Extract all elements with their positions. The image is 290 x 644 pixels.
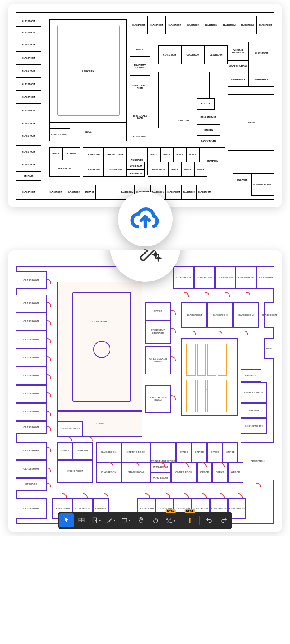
- toolbar: ▾ ▾ ▾ BETA ▾ BETA: [58, 512, 232, 529]
- svg-point-6: [95, 520, 96, 521]
- cloud-upload-icon: [118, 192, 173, 246]
- tool-pointer[interactable]: [59, 513, 74, 527]
- workflow-connector: [0, 192, 290, 227]
- floorplan-processed: CLASSROOM CLASSROOM CLASSROOM CLASSROOM …: [8, 250, 282, 532]
- tool-magic[interactable]: BETA ▾: [164, 513, 178, 527]
- tool-redo[interactable]: [217, 513, 231, 527]
- tool-rectangle[interactable]: ▾: [119, 513, 133, 527]
- floorplan-original: CLASSROOM CLASSROOM CLASSROOM CLASSROOM …: [8, 4, 282, 207]
- svg-rect-4: [81, 520, 84, 522]
- tool-wall[interactable]: [74, 513, 88, 527]
- svg-rect-7: [122, 519, 127, 522]
- svg-point-8: [140, 519, 141, 520]
- tool-pan[interactable]: [149, 513, 163, 527]
- tool-hydrant[interactable]: BETA: [183, 513, 197, 527]
- tool-door[interactable]: ▾: [89, 513, 103, 527]
- svg-rect-1: [79, 518, 81, 520]
- tool-stairs[interactable]: ▾: [104, 513, 118, 527]
- svg-rect-3: [79, 520, 81, 522]
- svg-rect-2: [81, 518, 84, 520]
- tool-pin[interactable]: [134, 513, 148, 527]
- tool-undo[interactable]: [202, 513, 216, 527]
